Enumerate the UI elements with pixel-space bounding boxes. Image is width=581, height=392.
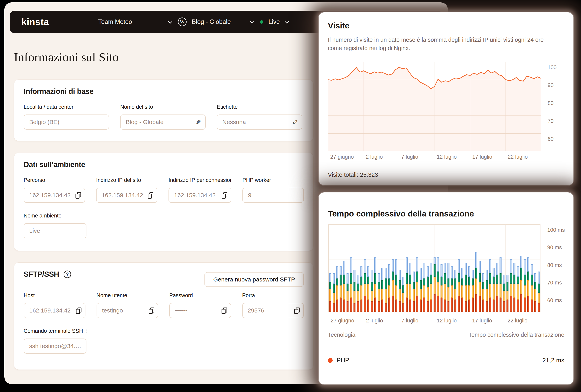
bar-segment-stack-4 <box>427 266 429 277</box>
bar-segment-stack-2 <box>527 280 529 296</box>
edit-pencil-icon[interactable]: ✎ <box>291 120 299 125</box>
help-icon[interactable]: ? <box>86 328 86 334</box>
bar-segment-stack-3 <box>413 282 415 289</box>
input-value: 29576 <box>248 307 294 314</box>
copy-icon[interactable] <box>294 308 299 314</box>
y-tick-label: 70 <box>548 118 554 124</box>
text-input[interactable]: 162.159.134.42 <box>24 188 85 203</box>
copy-icon[interactable] <box>148 192 153 198</box>
input-value: ssh testingo@34.7... <box>29 343 82 350</box>
text-input[interactable]: 9 <box>242 188 304 203</box>
bar-segment-stack-3 <box>520 268 522 280</box>
bar-segment-stack-2 <box>364 284 366 296</box>
text-input[interactable]: Blog - Globale✎ <box>120 114 206 130</box>
bar-segment-stack-2 <box>340 286 342 298</box>
bar-segment-stack-2 <box>354 291 356 303</box>
bar-segment-stack-4 <box>360 266 362 277</box>
field-comando-terminale-ssh: Comando terminale SSH?ssh testingo@34.7.… <box>24 328 86 354</box>
bar-segment-stack-3 <box>507 282 509 291</box>
bar-segment-stack-2 <box>493 284 495 300</box>
y-tick-label: 90 ms <box>547 244 562 251</box>
input-value: testingo <box>102 307 149 314</box>
bar-segment-PHP <box>538 303 540 312</box>
text-input[interactable]: testingo <box>96 303 158 318</box>
bar-segment-PHP <box>479 296 481 312</box>
bar-segment-PHP <box>427 301 429 312</box>
copy-icon[interactable] <box>222 192 226 198</box>
generate-sftp-password-button[interactable]: Genera nuova password SFTP <box>204 272 304 287</box>
bar-segment-PHP <box>458 296 460 312</box>
text-input[interactable]: 162.159.134.42 <box>24 303 85 318</box>
field-host: Host162.159.134.42 <box>24 292 85 318</box>
bar-segment-PHP <box>493 300 495 312</box>
bar-segment-stack-4 <box>479 261 481 273</box>
bar-segment-stack-4 <box>430 263 432 275</box>
bar-segment-stack-2 <box>399 289 401 301</box>
bar-segment-PHP <box>468 300 470 312</box>
text-input[interactable]: Live <box>24 223 86 238</box>
bar-segment-stack-2 <box>472 286 474 298</box>
text-input[interactable]: •••••• <box>169 303 231 318</box>
basic-fields-row: Località / data centerBelgio (BE)Nome de… <box>24 104 304 130</box>
bar-segment-PHP <box>416 296 418 312</box>
wordpress-icon: W <box>178 18 187 26</box>
stacked-bar <box>479 224 481 312</box>
bar-segment-PHP <box>461 298 463 312</box>
bar-segment-stack-4 <box>538 272 540 284</box>
bar-segment-PHP <box>520 294 522 312</box>
copy-icon[interactable] <box>149 308 153 314</box>
y-tick-label: 100 ms <box>547 227 565 233</box>
transaction-x-axis: 27 giugno2 luglio7 luglio12 luglio17 lug… <box>328 318 541 326</box>
bar-segment-stack-4 <box>500 258 502 273</box>
visits-panel: Visite Il numero di visite in un dato me… <box>319 12 574 185</box>
text-input[interactable]: 29576 <box>242 303 304 318</box>
text-input[interactable]: 162.159.134.42 <box>96 188 158 203</box>
text-input[interactable]: Belgio (BE) <box>24 114 109 130</box>
edit-pencil-icon[interactable]: ✎ <box>194 120 202 125</box>
bar-segment-stack-4 <box>392 259 394 272</box>
env-fields-row-2: Nome ambienteLive <box>24 213 304 238</box>
copy-icon[interactable] <box>76 308 81 314</box>
bar-segment-stack-2 <box>385 289 387 303</box>
bar-segment-PHP <box>496 296 498 312</box>
bar-segment-PHP <box>340 298 342 312</box>
help-icon[interactable]: ? <box>63 270 71 278</box>
stacked-bar <box>360 224 362 312</box>
x-tick-label: 7 luglio <box>401 154 418 160</box>
y-tick-label: 80 <box>548 100 554 106</box>
text-input[interactable]: ssh testingo@34.7... <box>24 338 86 354</box>
bar-segment-stack-4 <box>482 273 484 282</box>
stacked-bar <box>399 224 401 312</box>
field-nome-del-sito: Nome del sitoBlog - Globale✎ <box>120 104 206 130</box>
text-input[interactable]: Nessuna✎ <box>217 114 302 130</box>
bar-segment-PHP <box>371 301 373 312</box>
environment-selector[interactable]: Live <box>260 11 288 33</box>
bar-segment-stack-3 <box>468 277 470 286</box>
bar-segment-stack-4 <box>423 263 425 279</box>
copy-icon[interactable] <box>75 192 80 198</box>
bar-segment-stack-3 <box>430 275 432 284</box>
bar-segment-stack-2 <box>489 284 491 298</box>
bar-segment-stack-4 <box>399 270 401 280</box>
field-php-worker: PHP worker9 <box>242 177 304 203</box>
field-porta: Porta29576 <box>242 292 304 318</box>
legend-row-php: PHP 21,2 ms <box>328 357 564 364</box>
stacked-bar <box>524 224 526 312</box>
bar-segment-stack-4 <box>434 258 436 264</box>
bar-segment-stack-3 <box>371 282 373 291</box>
stacked-bar <box>520 224 522 312</box>
bar-segment-PHP <box>381 300 383 312</box>
bar-segment-stack-3 <box>482 282 484 289</box>
site-selector[interactable]: W Blog - Globale <box>178 11 253 33</box>
visits-total: Visite totali: 25.323 <box>328 171 378 178</box>
team-selector[interactable]: Team Meteo <box>98 11 171 33</box>
bar-segment-stack-4 <box>420 268 422 280</box>
bar-segment-PHP <box>534 301 536 312</box>
copy-icon[interactable] <box>222 308 226 314</box>
stacked-bar <box>423 224 425 312</box>
bar-segment-stack-3 <box>343 275 345 284</box>
bar-segment-stack-2 <box>444 284 446 300</box>
input-value: 9 <box>248 192 299 198</box>
legend-col-transaction-time: Tempo complessivo della transazione <box>469 332 564 338</box>
text-input[interactable]: 162.159.134.42 <box>168 188 231 203</box>
